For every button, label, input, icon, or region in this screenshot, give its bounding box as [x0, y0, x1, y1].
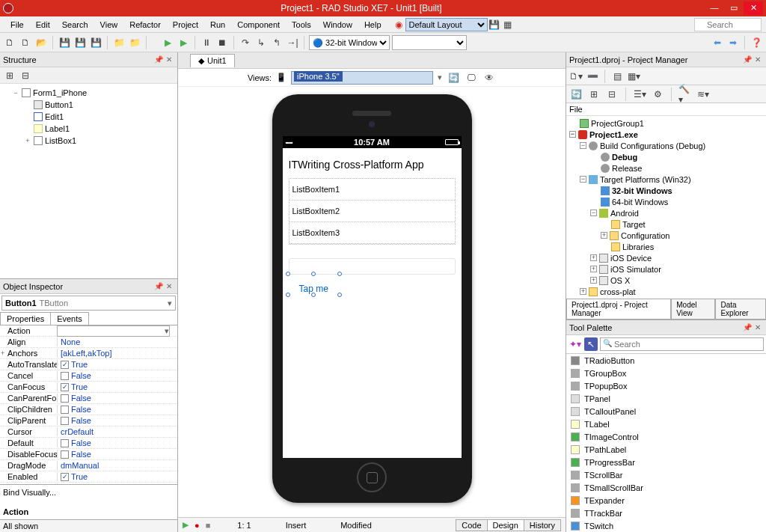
- step-out-icon[interactable]: ↰: [270, 36, 284, 49]
- menu-refactor[interactable]: Refactor: [123, 19, 167, 31]
- pm-new-icon[interactable]: 🗋▾: [569, 70, 583, 83]
- save-all-icon[interactable]: 💾: [73, 36, 87, 49]
- property-row[interactable]: CursorcrDefault: [0, 426, 177, 438]
- palette-item[interactable]: TCalloutPanel: [566, 405, 766, 418]
- palette-item[interactable]: TScrollBar: [566, 468, 766, 481]
- property-row[interactable]: AutoTranslate✓True: [0, 359, 177, 370]
- tab-unit1[interactable]: ◆ Unit1: [190, 54, 235, 67]
- pin-icon[interactable]: 📌: [742, 55, 753, 64]
- help-icon[interactable]: ❓: [750, 36, 763, 49]
- pm-node[interactable]: Libraries: [568, 241, 765, 252]
- structure-node[interactable]: Edit1: [3, 111, 174, 123]
- palette-item[interactable]: TImageControl: [566, 430, 766, 443]
- browser-icon[interactable]: ◉: [392, 18, 405, 31]
- step-over-icon[interactable]: ↷: [239, 36, 252, 49]
- palette-item[interactable]: TGroupBox: [566, 367, 766, 379]
- structure-node[interactable]: −Form1_iPhone: [3, 87, 174, 99]
- menu-tools[interactable]: Tools: [286, 19, 317, 31]
- palette-list[interactable]: TRadioButtonTGroupBoxTPopupBoxTPanelTCal…: [566, 354, 766, 532]
- tab-design[interactable]: Design: [487, 519, 524, 531]
- property-row[interactable]: Action▾: [0, 325, 177, 337]
- pm-node[interactable]: +iOS Device: [568, 252, 765, 263]
- menu-file[interactable]: File: [4, 19, 30, 31]
- property-grid[interactable]: Action▾AlignNone+Anchors[akLeft,akTop]Au…: [0, 325, 177, 484]
- property-row[interactable]: AlignNone: [0, 337, 177, 348]
- pm-node[interactable]: +OS X: [568, 275, 765, 286]
- pm-node[interactable]: +Configuration: [568, 230, 765, 241]
- pm-node[interactable]: −Build Configurations (Debug): [568, 140, 765, 151]
- pm-view-icon[interactable]: ▤: [610, 70, 624, 83]
- tab-properties[interactable]: Properties: [0, 312, 51, 325]
- maximize-button[interactable]: ▭: [724, 1, 744, 15]
- run-nobuild-icon[interactable]: ▶: [177, 36, 190, 49]
- close-panel-icon[interactable]: ✕: [753, 323, 763, 331]
- stop-icon[interactable]: ⏹: [215, 36, 229, 49]
- structure-node[interactable]: Label1: [3, 123, 174, 135]
- close-panel-icon[interactable]: ✕: [164, 55, 174, 64]
- save-as-icon[interactable]: 💾: [89, 36, 102, 49]
- menu-component[interactable]: Component: [231, 19, 286, 31]
- pm-node[interactable]: 32-bit Windows: [568, 185, 765, 196]
- button1-selected[interactable]: Tap me: [289, 275, 339, 294]
- pm-node[interactable]: Target: [568, 218, 765, 230]
- tree-collapse-icon[interactable]: ⊟: [19, 69, 32, 82]
- palette-item[interactable]: TLabel: [566, 418, 766, 430]
- listbox1[interactable]: ListBoxItem1 ListBoxItem2 ListBoxItem3: [289, 178, 456, 245]
- minimize-button[interactable]: —: [705, 1, 724, 15]
- bind-visually-link[interactable]: Bind Visually...: [3, 488, 174, 497]
- palette-item[interactable]: TRadioButton: [566, 354, 766, 367]
- property-row[interactable]: EnableDragHighlight✓True: [0, 483, 177, 484]
- palette-item[interactable]: TPathLabel: [566, 443, 766, 456]
- stop-icon[interactable]: ■: [206, 521, 211, 530]
- rotate-icon[interactable]: 🔄: [447, 71, 460, 85]
- pm-tab-model[interactable]: Model View: [671, 299, 715, 319]
- pin-icon[interactable]: 📌: [742, 323, 753, 331]
- menu-view[interactable]: View: [94, 19, 124, 31]
- pm-node[interactable]: −Target Platforms (Win32): [568, 174, 765, 185]
- layout-select[interactable]: Default Layout: [405, 18, 488, 31]
- view-icon[interactable]: 👁: [482, 71, 496, 85]
- pm-node[interactable]: +cross-plat: [568, 286, 765, 297]
- project-tree[interactable]: ProjectGroup1−Project1.exe−Build Configu…: [566, 116, 766, 299]
- pm-remove-icon[interactable]: ➖: [586, 70, 599, 83]
- close-button[interactable]: ✕: [744, 1, 763, 15]
- palette-item[interactable]: TPanel: [566, 392, 766, 405]
- pm-build-icon[interactable]: 🔨▾: [678, 88, 692, 101]
- property-row[interactable]: CanParentFocusFalse: [0, 393, 177, 404]
- run-to-icon[interactable]: →|: [286, 36, 299, 49]
- pm-node[interactable]: ProjectGroup1: [568, 117, 765, 129]
- structure-node[interactable]: +ListBox1: [3, 135, 174, 147]
- tree-expand-icon[interactable]: ⊞: [3, 69, 16, 82]
- palette-search[interactable]: [600, 337, 764, 351]
- run-icon[interactable]: ▶: [161, 36, 174, 49]
- pm-views-icon[interactable]: ▦▾: [627, 70, 640, 83]
- save-icon[interactable]: 💾: [58, 36, 71, 49]
- palette-item[interactable]: TSmallScrollBar: [566, 481, 766, 494]
- menu-help[interactable]: Help: [358, 19, 387, 31]
- property-row[interactable]: ClipParentFalse: [0, 415, 177, 426]
- toggle-device-icon[interactable]: 🖵: [465, 71, 478, 85]
- pm-sort-icon[interactable]: ☰▾: [633, 88, 646, 101]
- structure-tree[interactable]: −Form1_iPhoneButton1Edit1Label1+ListBox1: [0, 84, 177, 278]
- property-row[interactable]: Enabled✓True: [0, 471, 177, 483]
- device-select[interactable]: [392, 35, 467, 50]
- button1[interactable]: Tap me: [289, 284, 339, 294]
- property-row[interactable]: DefaultFalse: [0, 438, 177, 449]
- property-row[interactable]: CanFocus✓True: [0, 382, 177, 393]
- views-select[interactable]: iPhone 3.5": [291, 71, 433, 85]
- close-panel-icon[interactable]: ✕: [164, 282, 174, 290]
- property-row[interactable]: +Anchors[akLeft,akTop]: [0, 348, 177, 359]
- menu-project[interactable]: Project: [167, 19, 204, 31]
- open-icon[interactable]: 📂: [34, 36, 48, 49]
- tab-code[interactable]: Code: [456, 519, 487, 531]
- pm-node[interactable]: Release: [568, 162, 765, 174]
- tab-events[interactable]: Events: [50, 312, 89, 325]
- listboxitem3[interactable]: ListBoxItem3: [289, 222, 455, 244]
- listboxitem1[interactable]: ListBoxItem1: [289, 179, 455, 201]
- property-row[interactable]: ClipChildrenFalse: [0, 404, 177, 415]
- palette-category-icon[interactable]: ✦▾: [569, 337, 582, 351]
- palette-item[interactable]: TProgressBar: [566, 456, 766, 468]
- folder1-icon[interactable]: 📁: [112, 36, 126, 49]
- menu-search[interactable]: Search: [56, 19, 94, 31]
- new-icon[interactable]: 🗋: [3, 36, 16, 49]
